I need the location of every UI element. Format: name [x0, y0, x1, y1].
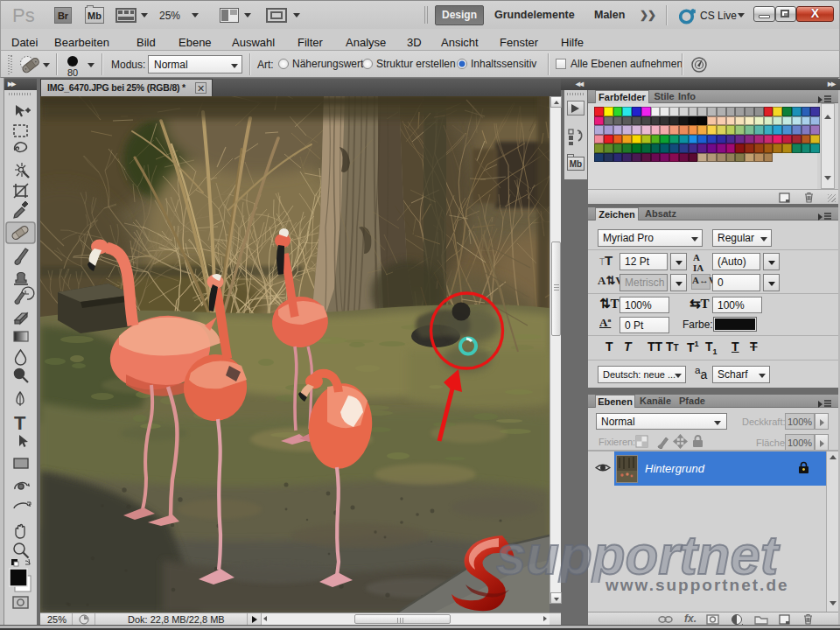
svg-text:T: T	[14, 412, 26, 434]
